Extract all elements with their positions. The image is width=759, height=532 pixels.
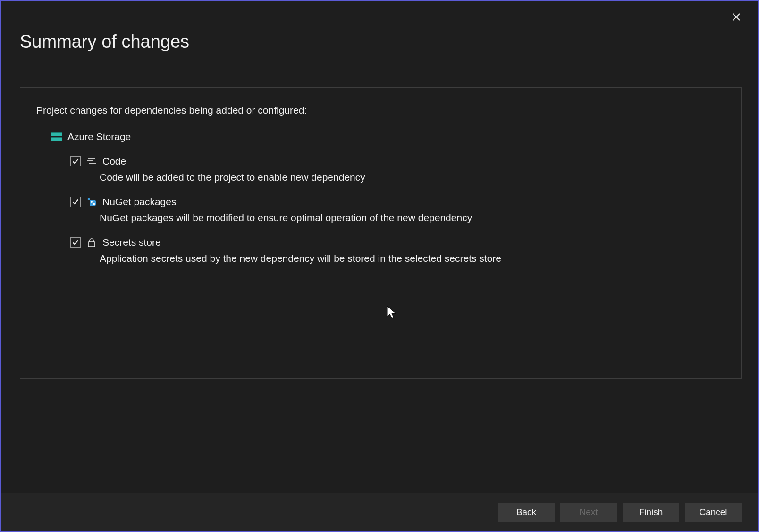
cancel-button[interactable]: Cancel [685, 503, 742, 522]
finish-button[interactable]: Finish [623, 503, 679, 522]
close-icon [732, 13, 741, 23]
page-title: Summary of changes [20, 32, 189, 52]
change-description: NuGet packages will be modified to ensur… [100, 212, 725, 224]
intro-text: Project changes for dependencies being a… [36, 105, 725, 116]
change-description: Application secrets used by the new depe… [100, 253, 725, 264]
nuget-icon [86, 197, 97, 207]
content-panel: Project changes for dependencies being a… [20, 87, 742, 379]
svg-point-8 [93, 203, 95, 205]
lock-icon [86, 237, 97, 248]
change-description: Code will be added to the project to ena… [100, 172, 725, 183]
service-row: Azure Storage [51, 131, 725, 142]
azure-storage-icon [51, 132, 62, 141]
service-name: Azure Storage [67, 131, 131, 142]
checkbox-code[interactable] [70, 156, 81, 166]
code-icon [86, 156, 97, 166]
close-button[interactable] [728, 9, 745, 26]
svg-rect-6 [90, 200, 96, 206]
change-title: Secrets store [102, 237, 161, 248]
footer: Back Next Finish Cancel [1, 493, 758, 531]
next-button: Next [560, 503, 617, 522]
change-item-secrets: Secrets store Application secrets used b… [70, 237, 725, 264]
svg-point-7 [91, 201, 93, 203]
back-button[interactable]: Back [498, 503, 555, 522]
change-title: Code [102, 156, 126, 167]
svg-point-5 [88, 198, 90, 200]
checkbox-secrets[interactable] [70, 237, 81, 248]
change-item-code: Code Code will be added to the project t… [70, 156, 725, 183]
svg-rect-9 [88, 242, 95, 247]
change-item-nuget: NuGet packages NuGet packages will be mo… [70, 196, 725, 224]
change-title: NuGet packages [102, 196, 176, 208]
checkbox-nuget[interactable] [70, 197, 81, 207]
